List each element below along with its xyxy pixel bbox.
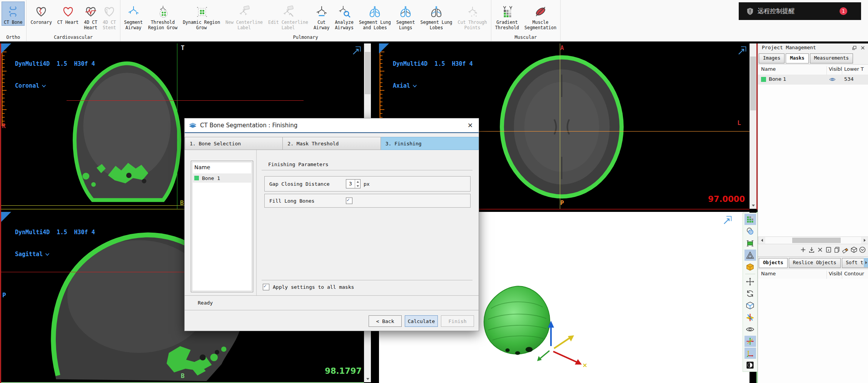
coronary-icon (35, 3, 48, 20)
mask-list-hscrollbar[interactable] (758, 236, 868, 244)
axial-crosshair-vertical[interactable] (560, 43, 560, 209)
toolbar-item-ct-bone[interactable]: CT Bone (2, 2, 25, 26)
scroll-down-button[interactable] (364, 376, 371, 382)
toolbar-item-4d-ct-heart[interactable]: 4D CT Heart (82, 2, 100, 31)
chevron-down-icon[interactable] (42, 82, 46, 90)
toolbar-item-cut-through-points[interactable]: Cut Through Points (456, 2, 489, 31)
side-tool-cube-3d[interactable] (744, 300, 756, 311)
scrollbar-thumb[interactable] (365, 52, 371, 94)
coronal-crosshair-horizontal[interactable] (67, 100, 304, 101)
dialog-titlebar[interactable]: CT Bone Segmentation : Finishing ✕ (185, 118, 479, 133)
orientation-marker-top: T (181, 44, 185, 52)
toolbar-item-label: CT Bone (4, 20, 22, 25)
gap-distance-spinner[interactable]: 3 (346, 179, 361, 188)
toolbar-item-muscle-segmentation[interactable]: Muscle Segmentation (522, 2, 559, 31)
dialog-tab-1-bone-selection[interactable]: 1. Bone Selection (185, 137, 283, 150)
spinner-up-button[interactable] (355, 180, 360, 184)
side-tool-crosshair-axes[interactable] (744, 336, 756, 347)
toolbar-item-ct-heart[interactable]: CT Heart (55, 2, 81, 26)
float-panel-icon[interactable] (851, 45, 858, 51)
chevron-down-icon[interactable] (45, 251, 50, 258)
dialog-close-icon[interactable]: ✕ (466, 121, 475, 130)
toolbar-item-segment-airway[interactable]: Segment Airway (122, 2, 145, 31)
mask-table-row[interactable]: Bone 1534 (758, 75, 868, 85)
back-button[interactable]: < Back (369, 315, 402, 327)
maximize-viewport-icon[interactable] (723, 215, 733, 225)
dialog-mask-list[interactable]: Name Bone 1 (191, 161, 253, 292)
scroll-down-button[interactable] (750, 202, 756, 209)
toolbar-item-analyze-airways[interactable]: Analyze Airways (332, 2, 356, 31)
toolbar-item-coronary[interactable]: Coronary (28, 2, 54, 26)
toolbar-item-threshold-region-grow[interactable]: Threshold Region Grow (146, 2, 180, 31)
orientation-marker-top: A (560, 44, 564, 52)
dialog-step-tabs: 1. Bone Selection2. Mask Threshold3. Fin… (185, 137, 479, 150)
panel-tab-masks[interactable]: Masks (786, 53, 809, 63)
toolbar-item-segment-lung-lobes[interactable]: Segment Lung Lobes (418, 2, 454, 31)
toolbar-item-cut-airway[interactable]: Cut Airway (311, 2, 332, 31)
close-panel-icon[interactable] (860, 45, 866, 51)
side-tool-invert-contrast[interactable] (744, 360, 756, 371)
panel-tab-images[interactable]: Images (759, 53, 785, 63)
sagittal-series-label[interactable]: DynMulti4D 1.5 H30f 4 Sagittal (15, 214, 95, 273)
mask-list-area[interactable] (758, 85, 868, 237)
erase-icon[interactable] (841, 246, 849, 253)
side-tool-eye-visibility[interactable] (744, 324, 756, 335)
toolbar-item-segment-lungs[interactable]: Segment Lungs (394, 2, 417, 31)
add-icon[interactable] (799, 246, 807, 253)
toolbar-item-label: Analyze Airways (335, 20, 353, 30)
side-tool-reslice-planes[interactable] (744, 312, 756, 323)
coronal-series-label[interactable]: DynMulti4D 1.5 H30f 4 Coronal (15, 46, 95, 104)
side-tool-pan-arrows[interactable] (744, 276, 756, 287)
spinner-down-button[interactable] (355, 184, 360, 188)
info-icon[interactable] (825, 246, 832, 253)
tab-scroll-button[interactable] (864, 258, 868, 267)
side-tool-threshold-grid[interactable] (744, 214, 756, 225)
delete-icon[interactable] (816, 246, 824, 253)
scroll-right-button[interactable] (861, 237, 868, 244)
fill-long-bones-checkbox[interactable] (346, 198, 352, 204)
side-tool-overlap-circles[interactable] (744, 226, 756, 237)
side-tool-window-clamp[interactable] (744, 238, 756, 249)
side-tool-measure-triangle[interactable] (744, 250, 756, 261)
dialog-tab-3-finishing[interactable]: 3. Finishing (381, 137, 479, 150)
side-tool-axis-arrows[interactable] (744, 348, 756, 359)
toolbar-item-edit-centerline-label[interactable]: Edit Centerline Label (266, 2, 310, 31)
muscle-icon (534, 3, 547, 20)
object-tab-reslice-objects[interactable]: Reslice Objects (789, 258, 841, 268)
parameter-row-fill-long-bones: Fill Long Bones (264, 194, 471, 208)
toolbar-item-new-centerline-label[interactable]: New Centerline Label (223, 2, 265, 31)
side-tool-rotate-3d[interactable] (744, 288, 756, 299)
copy-icon[interactable] (833, 246, 841, 253)
toolbar-item-4d-ct-stent[interactable]: 4D CT Stent (100, 2, 119, 31)
panel-tab-measurements[interactable]: Measurements (810, 53, 853, 63)
collapse-icon[interactable] (858, 246, 866, 253)
apply-all-checkbox[interactable] (263, 284, 269, 290)
side-tool-cube-orange[interactable] (744, 261, 756, 273)
toolbar-item-dynamic-region-grow[interactable]: Dynamic Region Grow (180, 2, 222, 31)
coronal-crosshair-vertical[interactable] (177, 43, 177, 209)
remote-control-notification[interactable]: 远程控制提醒 1 (739, 2, 861, 20)
chevron-down-icon[interactable] (412, 82, 417, 90)
axial-series-label[interactable]: DynMulti4D 1.5 H30f 4 Axial (393, 46, 473, 104)
hscrollbar-thumb[interactable] (792, 238, 841, 243)
cube-icon[interactable] (850, 246, 858, 253)
calculate-button[interactable]: Calculate (405, 315, 438, 327)
mask-color-swatch[interactable] (761, 77, 766, 82)
axial-slice-scrollbar[interactable] (749, 43, 756, 209)
scroll-left-button[interactable] (758, 237, 765, 244)
scrollbar-thumb[interactable] (750, 57, 756, 110)
finish-button[interactable]: Finish (441, 315, 474, 327)
toolbar-item-segment-lung-and-lobes[interactable]: Segment Lung and Lobes (357, 2, 393, 31)
series-description: DynMulti4D 1.5 H30f 4 (393, 60, 473, 68)
dialog-tab-2-mask-threshold[interactable]: 2. Mask Threshold (283, 137, 381, 150)
visibility-eye-icon[interactable] (829, 76, 836, 84)
maximize-viewport-icon[interactable] (352, 45, 362, 55)
object-tab-objects[interactable]: Objects (759, 258, 788, 268)
object-list-area[interactable] (758, 279, 868, 383)
toolbar-group-items: Gradient ThresholdMuscle Segmentation (492, 1, 559, 34)
toolbar-item-gradient-threshold[interactable]: Gradient Threshold (493, 2, 521, 31)
dialog-mask-item[interactable]: Bone 1 (193, 173, 251, 183)
import-icon[interactable] (808, 246, 815, 253)
maximize-viewport-icon[interactable] (737, 45, 747, 55)
airway-blue-icon (127, 3, 140, 20)
